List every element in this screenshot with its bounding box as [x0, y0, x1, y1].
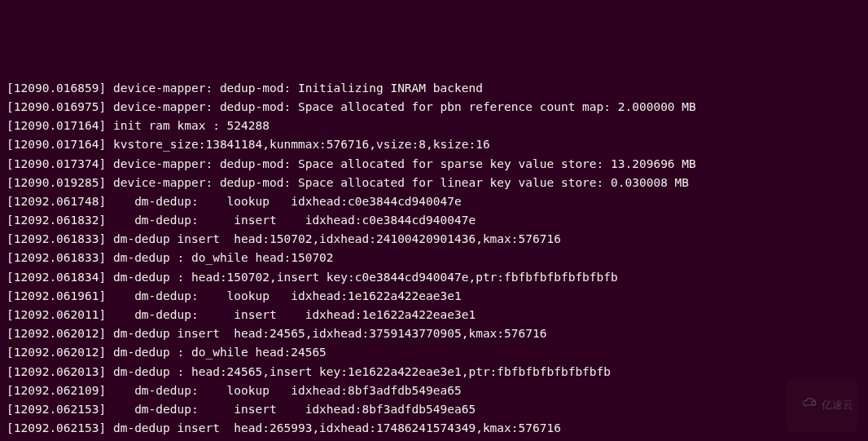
log-line: [12092.061961] dm-dedup: lookup idxhead:…: [7, 287, 861, 306]
log-line: [12090.017164] init ram kmax : 524288: [7, 117, 861, 135]
watermark-badge: 亿速云: [786, 379, 858, 433]
log-line: [12092.062153] dm-dedup: insert idxhead:…: [7, 400, 861, 419]
log-line: [12092.062012] dm-dedup : do_while head:…: [7, 343, 861, 362]
watermark-text: 亿速云: [822, 397, 853, 414]
log-line: [12092.061833] dm-dedup : do_while head:…: [7, 249, 861, 267]
log-line: [12090.017164] kvstore_size:13841184,kun…: [7, 135, 861, 154]
log-line: [12092.062109] dm-dedup: lookup idxhead:…: [7, 381, 861, 400]
log-line: [12092.062154] dm-dedup : do_while head:…: [7, 438, 861, 441]
log-line: [12090.016975] device-mapper: dedup-mod:…: [7, 98, 861, 117]
log-line: [12092.062153] dm-dedup insert head:2659…: [7, 419, 861, 438]
log-line: [12090.016859] device-mapper: dedup-mod:…: [7, 79, 861, 98]
cloud-icon: [791, 381, 818, 431]
log-line: [12092.062011] dm-dedup: insert idxhead:…: [7, 306, 861, 324]
log-line: [12090.019285] device-mapper: dedup-mod:…: [7, 174, 861, 192]
log-line: [12092.061748] dm-dedup: lookup idxhead:…: [7, 192, 861, 211]
log-line: [12090.017374] device-mapper: dedup-mod:…: [7, 155, 861, 174]
log-line: [12092.062012] dm-dedup insert head:2456…: [7, 324, 861, 343]
log-line: [12092.062013] dm-dedup : head:24565,ins…: [7, 363, 861, 381]
log-line: [12092.061834] dm-dedup : head:150702,in…: [7, 268, 861, 287]
terminal-output: [12090.016859] device-mapper: dedup-mod:…: [7, 79, 861, 441]
log-line: [12092.061833] dm-dedup insert head:1507…: [7, 230, 861, 249]
log-line: [12092.061832] dm-dedup: insert idxhead:…: [7, 211, 861, 230]
